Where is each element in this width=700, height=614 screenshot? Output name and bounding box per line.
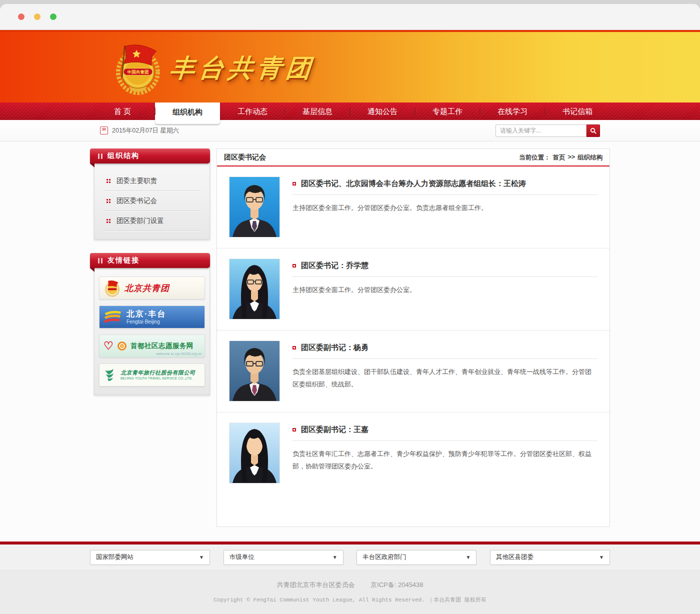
nav-item-grassroots-info[interactable]: 基层信息 bbox=[285, 102, 350, 120]
person-description: 主持团区委全面工作。分管团区委办公室。 bbox=[292, 284, 597, 296]
dropdown-label: 市级单位 bbox=[230, 553, 254, 562]
person-title: 团区委副书记：王嘉 bbox=[301, 425, 368, 434]
sidebar-item-secretary-meeting[interactable]: 团区委书记会 bbox=[104, 191, 200, 211]
red-square-bullet-icon bbox=[292, 346, 296, 350]
sidebar: 组织结构 团委主要职责 团区委书记会 团区委部门设置 bbox=[90, 148, 210, 527]
travel-service-logo-icon bbox=[104, 368, 116, 382]
chevron-down-icon: ▼ bbox=[199, 554, 204, 560]
main-panel-header: 团区委书记会 当前位置： 首页 >> 组织结构 bbox=[217, 149, 610, 166]
link-banner-youth-travel-service[interactable]: 北京青年旅行社股份有限公司 BEIJING YOUTH TRAVEL SERVI… bbox=[99, 364, 205, 386]
fengtai-flag-logo-icon bbox=[104, 310, 122, 324]
youth-league-emblem-icon bbox=[104, 279, 120, 297]
window-zoom-button[interactable] bbox=[50, 14, 56, 20]
search-box bbox=[496, 124, 600, 137]
person-entry: 团区委副书记：王嘉 负责社区青年汇工作、志愿者工作、青少年权益保护、预防青少年犯… bbox=[217, 412, 610, 494]
nav-item-announcements[interactable]: 通知公告 bbox=[350, 102, 415, 120]
person-photo bbox=[230, 259, 280, 319]
footer-org-line: 共青团北京市丰台区委员会 京ICP备: 2045438 bbox=[0, 580, 700, 590]
banner-title: 首都社区志愿服务网 bbox=[130, 342, 194, 350]
info-bar: 30 2015年02月07日 星期六 bbox=[0, 120, 700, 142]
link-banner-volunteer-service[interactable]: ♡ 首都社区志愿服务网 welcome to zyz.96156.org.cn bbox=[99, 334, 205, 358]
nav-item-secretary-mailbox[interactable]: 书记信箱 bbox=[545, 102, 610, 120]
person-photo bbox=[230, 341, 280, 401]
sidebar-links-header: 友情链接 bbox=[90, 253, 210, 268]
sidebar-item-committee-duties[interactable]: 团委主要职责 bbox=[104, 171, 200, 191]
banner-title: 北京·丰台 bbox=[126, 309, 166, 319]
dropdown-national-ministries[interactable]: 国家部委网站 ▼ bbox=[90, 550, 210, 565]
breadcrumb-separator: >> bbox=[568, 154, 575, 162]
browser-window: 中国共青团 丰台共青团 首 页 组织机构 工作动态 基层信息 通知公告 专题工作… bbox=[0, 4, 700, 614]
banner-title: 北京青年旅行社股份有限公司 bbox=[120, 370, 196, 376]
link-banner-fengtai-beijing[interactable]: 北京·丰台 Fengtai·Beijing bbox=[99, 306, 205, 328]
sidebar-links-title: 友情链接 bbox=[108, 256, 140, 265]
site-logo[interactable]: 中国共青团 丰台共青团 bbox=[90, 32, 610, 96]
person-description: 主持团区委全面工作。分管团区委办公室。负责志愿者组全面工作。 bbox=[292, 202, 597, 214]
person-photo bbox=[230, 423, 280, 483]
bullet-squares-icon bbox=[106, 219, 110, 223]
person-description: 负责社区青年汇工作、志愿者工作、青少年权益保护、预防青少年犯罪等工作。分管团区委… bbox=[292, 448, 597, 473]
chevron-down-icon: ▼ bbox=[332, 554, 338, 560]
link-banner-beijing-youth-league[interactable]: 北京共青团 bbox=[99, 276, 205, 300]
nav-item-work-news[interactable]: 工作动态 bbox=[220, 102, 285, 120]
search-icon bbox=[590, 128, 596, 134]
window-minimize-button[interactable] bbox=[34, 14, 40, 20]
page-footer: 共青团北京市丰台区委员会 京ICP备: 2045438 Copyright © … bbox=[0, 570, 700, 614]
dropdown-other-district-committees[interactable]: 其他区县团委 ▼ bbox=[490, 550, 610, 565]
breadcrumb-label: 当前位置： bbox=[519, 154, 550, 162]
banner-subtitle: welcome to zyz.96156.org.cn bbox=[156, 352, 202, 356]
nav-item-home[interactable]: 首 页 bbox=[90, 102, 155, 120]
window-close-button[interactable] bbox=[18, 14, 24, 20]
youth-league-emblem-icon: 中国共青团 bbox=[111, 40, 163, 96]
red-square-bullet-icon bbox=[292, 264, 296, 268]
footer-icp-number: 京ICP备: 2045438 bbox=[370, 581, 424, 588]
sidebar-menu-box: 组织结构 团委主要职责 团区委书记会 团区委部门设置 bbox=[94, 148, 210, 240]
ribbon-bars-icon bbox=[98, 154, 102, 159]
link-dropdown-bar: 国家部委网站 ▼ 市级单位 ▼ 丰台区政府部门 ▼ 其他区县团委 ▼ bbox=[0, 544, 700, 570]
nav-item-special-topics[interactable]: 专题工作 bbox=[415, 102, 480, 120]
heart-icon: ♡ bbox=[104, 340, 114, 352]
site-header: 中国共青团 丰台共青团 bbox=[0, 30, 700, 102]
search-input[interactable] bbox=[496, 124, 586, 137]
date-display: 30 2015年02月07日 星期六 bbox=[100, 126, 179, 135]
breadcrumb-home-link[interactable]: 首页 bbox=[552, 154, 565, 162]
site-name: 丰台共青团 bbox=[168, 52, 316, 85]
calendar-icon: 30 bbox=[100, 126, 108, 134]
person-description: 负责全团基层组织建设、团干部队伍建设、青年人才工作、青年创业就业、青年统一战线等… bbox=[292, 366, 597, 391]
sidebar-menu-title: 组织结构 bbox=[108, 152, 140, 160]
dropdown-city-units[interactable]: 市级单位 ▼ bbox=[224, 550, 344, 565]
main-nav: 首 页 组织机构 工作动态 基层信息 通知公告 专题工作 在线学习 书记信箱 bbox=[0, 102, 700, 120]
sidebar-menu-header: 组织结构 bbox=[90, 148, 210, 164]
banner-subtitle: Fengtai·Beijing bbox=[126, 319, 166, 326]
banner-subtitle: BEIJING YOUTH TRAVEL SERVICE CO.,LTD. bbox=[120, 376, 196, 380]
dropdown-fengtai-government[interactable]: 丰台区政府部门 ▼ bbox=[356, 550, 476, 565]
footer-org-name: 共青团北京市丰台区委员会 bbox=[276, 581, 354, 588]
bullet-squares-icon bbox=[106, 199, 110, 203]
page-title: 团区委书记会 bbox=[224, 153, 266, 162]
bullet-squares-icon bbox=[106, 179, 110, 183]
footer-copyright-line: Copyright © FengTai Communist Youth Leag… bbox=[0, 596, 700, 604]
red-square-bullet-icon bbox=[292, 428, 296, 432]
nav-item-organization[interactable]: 组织机构 bbox=[155, 102, 220, 124]
emblem-banner-text: 中国共青团 bbox=[128, 70, 149, 74]
person-entry: 团区委书记、北京园博会丰台筹办人力资源部志愿者组组长：王松涛 主持团区委全面工作… bbox=[217, 166, 610, 248]
footer-copyright-cn: ｜丰台共青团 版权所有 bbox=[428, 597, 486, 603]
nav-item-online-learning[interactable]: 在线学习 bbox=[480, 102, 545, 120]
person-photo bbox=[230, 177, 280, 237]
dropdown-label: 丰台区政府部门 bbox=[362, 553, 406, 562]
person-title: 团区委副书记：杨勇 bbox=[301, 343, 368, 352]
ribbon-bars-icon bbox=[98, 258, 102, 264]
search-button[interactable] bbox=[586, 124, 600, 137]
sidebar-item-label: 团区委书记会 bbox=[116, 196, 157, 206]
main-panel: 团区委书记会 当前位置： 首页 >> 组织结构 bbox=[216, 148, 610, 527]
sidebar-item-department-setup[interactable]: 团区委部门设置 bbox=[104, 211, 200, 231]
page-content: 组织结构 团委主要职责 团区委书记会 团区委部门设置 bbox=[0, 142, 700, 542]
breadcrumb-current: 组织结构 bbox=[578, 154, 602, 162]
person-entry: 团区委副书记：杨勇 负责全团基层组织建设、团干部队伍建设、青年人才工作、青年创业… bbox=[217, 330, 610, 412]
sidebar-item-label: 团区委部门设置 bbox=[116, 216, 164, 226]
sidebar-links-box: 友情链接 北京共青团 bbox=[94, 253, 210, 395]
sidebar-item-label: 团委主要职责 bbox=[116, 176, 157, 186]
footer-copyright-en: Copyright © FengTai Communist Youth Leag… bbox=[214, 597, 424, 603]
person-title: 团区委书记：乔学慧 bbox=[301, 261, 368, 270]
red-square-bullet-icon bbox=[292, 182, 296, 186]
volunteer-badge-icon bbox=[118, 342, 126, 350]
